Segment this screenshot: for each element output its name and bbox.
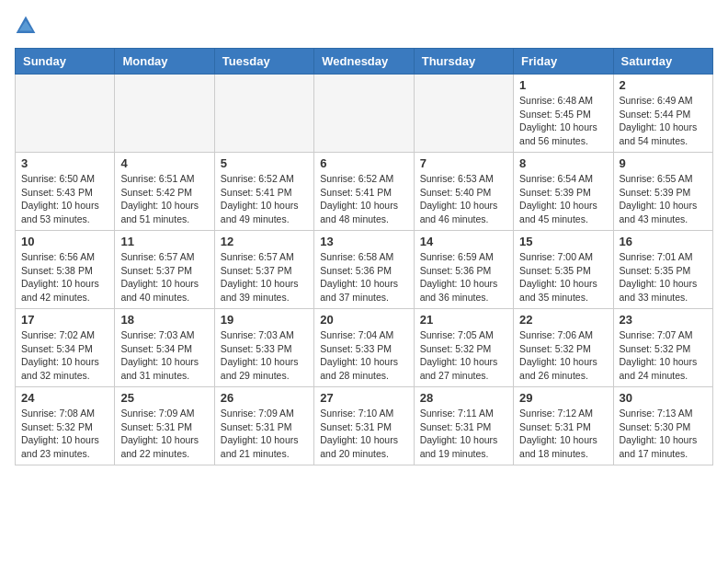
calendar-cell: 22Sunrise: 7:06 AM Sunset: 5:32 PM Dayli… [514,309,613,387]
day-number: 11 [120,235,208,248]
calendar-cell: 14Sunrise: 6:59 AM Sunset: 5:36 PM Dayli… [414,231,513,309]
day-number: 26 [221,391,308,405]
day-info: Sunrise: 7:03 AM Sunset: 5:34 PM Dayligh… [120,328,208,383]
week-row-1: 1Sunrise: 6:48 AM Sunset: 5:45 PM Daylig… [16,75,713,153]
calendar-header-wednesday: Wednesday [314,49,414,75]
day-number: 28 [420,391,507,405]
calendar-cell: 21Sunrise: 7:05 AM Sunset: 5:32 PM Dayli… [414,309,513,387]
day-number: 23 [620,313,707,327]
day-info: Sunrise: 7:02 AM Sunset: 5:34 PM Dayligh… [21,328,108,383]
day-number: 30 [620,391,707,405]
day-info: Sunrise: 7:10 AM Sunset: 5:31 PM Dayligh… [320,407,407,461]
day-info: Sunrise: 6:50 AM Sunset: 5:43 PM Dayligh… [21,172,108,226]
day-info: Sunrise: 6:51 AM Sunset: 5:42 PM Dayligh… [120,172,208,226]
day-info: Sunrise: 7:01 AM Sunset: 5:35 PM Dayligh… [620,250,707,304]
day-number: 15 [519,235,607,248]
calendar-cell [314,75,414,153]
calendar-table: SundayMondayTuesdayWednesdayThursdayFrid… [15,48,713,465]
week-row-5: 24Sunrise: 7:08 AM Sunset: 5:32 PM Dayli… [16,387,713,465]
calendar-cell [115,75,214,153]
week-row-2: 3Sunrise: 6:50 AM Sunset: 5:43 PM Daylig… [16,153,713,231]
calendar-cell [214,75,313,153]
calendar-cell: 23Sunrise: 7:07 AM Sunset: 5:32 PM Dayli… [613,309,712,387]
day-number: 25 [120,391,208,405]
day-number: 19 [221,313,308,327]
calendar-cell: 2Sunrise: 6:49 AM Sunset: 5:44 PM Daylig… [613,75,712,153]
day-info: Sunrise: 7:03 AM Sunset: 5:33 PM Dayligh… [221,328,308,383]
day-number: 3 [21,156,108,170]
day-number: 24 [21,391,108,405]
day-number: 22 [519,313,607,327]
calendar-cell: 15Sunrise: 7:00 AM Sunset: 5:35 PM Dayli… [514,231,613,309]
calendar-cell: 26Sunrise: 7:09 AM Sunset: 5:31 PM Dayli… [214,387,313,465]
week-row-4: 17Sunrise: 7:02 AM Sunset: 5:34 PM Dayli… [16,309,713,387]
day-info: Sunrise: 6:53 AM Sunset: 5:40 PM Dayligh… [420,172,507,226]
day-info: Sunrise: 7:00 AM Sunset: 5:35 PM Dayligh… [519,250,607,304]
day-info: Sunrise: 7:07 AM Sunset: 5:32 PM Dayligh… [620,328,707,383]
day-number: 6 [320,156,407,170]
calendar-cell: 17Sunrise: 7:02 AM Sunset: 5:34 PM Dayli… [16,309,115,387]
day-info: Sunrise: 6:59 AM Sunset: 5:36 PM Dayligh… [420,250,507,304]
calendar-cell [414,75,513,153]
week-row-3: 10Sunrise: 6:56 AM Sunset: 5:38 PM Dayli… [16,231,713,309]
day-info: Sunrise: 6:55 AM Sunset: 5:39 PM Dayligh… [620,172,707,226]
day-info: Sunrise: 6:49 AM Sunset: 5:44 PM Dayligh… [620,94,707,148]
day-info: Sunrise: 6:57 AM Sunset: 5:37 PM Dayligh… [120,250,208,304]
calendar-cell: 24Sunrise: 7:08 AM Sunset: 5:32 PM Dayli… [16,387,115,465]
day-number: 29 [519,391,607,405]
calendar-cell: 20Sunrise: 7:04 AM Sunset: 5:33 PM Dayli… [314,309,414,387]
day-info: Sunrise: 7:05 AM Sunset: 5:32 PM Dayligh… [420,328,507,383]
calendar-header-row: SundayMondayTuesdayWednesdayThursdayFrid… [16,49,713,75]
day-number: 18 [120,313,208,327]
day-info: Sunrise: 6:56 AM Sunset: 5:38 PM Dayligh… [21,250,108,304]
logo [15,15,40,37]
day-info: Sunrise: 7:13 AM Sunset: 5:30 PM Dayligh… [620,407,707,461]
day-number: 21 [420,313,507,327]
calendar-header-sunday: Sunday [16,49,115,75]
calendar-cell: 19Sunrise: 7:03 AM Sunset: 5:33 PM Dayli… [214,309,313,387]
day-info: Sunrise: 7:06 AM Sunset: 5:32 PM Dayligh… [519,328,607,383]
day-number: 9 [620,156,707,170]
calendar-cell: 9Sunrise: 6:55 AM Sunset: 5:39 PM Daylig… [613,153,712,231]
day-number: 14 [420,235,507,248]
day-number: 4 [120,156,208,170]
day-number: 8 [519,156,607,170]
day-number: 12 [221,235,308,248]
calendar-cell: 18Sunrise: 7:03 AM Sunset: 5:34 PM Dayli… [115,309,214,387]
logo-icon [15,15,37,37]
calendar-cell: 12Sunrise: 6:57 AM Sunset: 5:37 PM Dayli… [214,231,313,309]
day-info: Sunrise: 6:52 AM Sunset: 5:41 PM Dayligh… [221,172,308,226]
calendar-header-friday: Friday [514,49,613,75]
day-number: 17 [21,313,108,327]
calendar-header-tuesday: Tuesday [214,49,313,75]
day-info: Sunrise: 6:58 AM Sunset: 5:36 PM Dayligh… [320,250,407,304]
day-number: 2 [620,78,707,92]
day-info: Sunrise: 7:04 AM Sunset: 5:33 PM Dayligh… [320,328,407,383]
calendar-cell: 11Sunrise: 6:57 AM Sunset: 5:37 PM Dayli… [115,231,214,309]
calendar-header-saturday: Saturday [613,49,712,75]
day-number: 16 [620,235,707,248]
day-number: 10 [21,235,108,248]
calendar-header-thursday: Thursday [414,49,513,75]
day-info: Sunrise: 7:11 AM Sunset: 5:31 PM Dayligh… [420,407,507,461]
day-info: Sunrise: 7:08 AM Sunset: 5:32 PM Dayligh… [21,407,108,461]
day-info: Sunrise: 7:09 AM Sunset: 5:31 PM Dayligh… [120,407,208,461]
calendar-cell: 16Sunrise: 7:01 AM Sunset: 5:35 PM Dayli… [613,231,712,309]
day-info: Sunrise: 7:12 AM Sunset: 5:31 PM Dayligh… [519,407,607,461]
calendar-cell: 10Sunrise: 6:56 AM Sunset: 5:38 PM Dayli… [16,231,115,309]
page-header [15,15,713,37]
day-number: 5 [221,156,308,170]
day-info: Sunrise: 6:57 AM Sunset: 5:37 PM Dayligh… [221,250,308,304]
day-info: Sunrise: 6:52 AM Sunset: 5:41 PM Dayligh… [320,172,407,226]
calendar-cell: 28Sunrise: 7:11 AM Sunset: 5:31 PM Dayli… [414,387,513,465]
day-number: 7 [420,156,507,170]
calendar-cell [16,75,115,153]
calendar-cell: 27Sunrise: 7:10 AM Sunset: 5:31 PM Dayli… [314,387,414,465]
calendar-cell: 7Sunrise: 6:53 AM Sunset: 5:40 PM Daylig… [414,153,513,231]
calendar-cell: 6Sunrise: 6:52 AM Sunset: 5:41 PM Daylig… [314,153,414,231]
calendar-cell: 13Sunrise: 6:58 AM Sunset: 5:36 PM Dayli… [314,231,414,309]
day-info: Sunrise: 6:54 AM Sunset: 5:39 PM Dayligh… [519,172,607,226]
calendar-cell: 5Sunrise: 6:52 AM Sunset: 5:41 PM Daylig… [214,153,313,231]
day-info: Sunrise: 7:09 AM Sunset: 5:31 PM Dayligh… [221,407,308,461]
calendar-cell: 3Sunrise: 6:50 AM Sunset: 5:43 PM Daylig… [16,153,115,231]
